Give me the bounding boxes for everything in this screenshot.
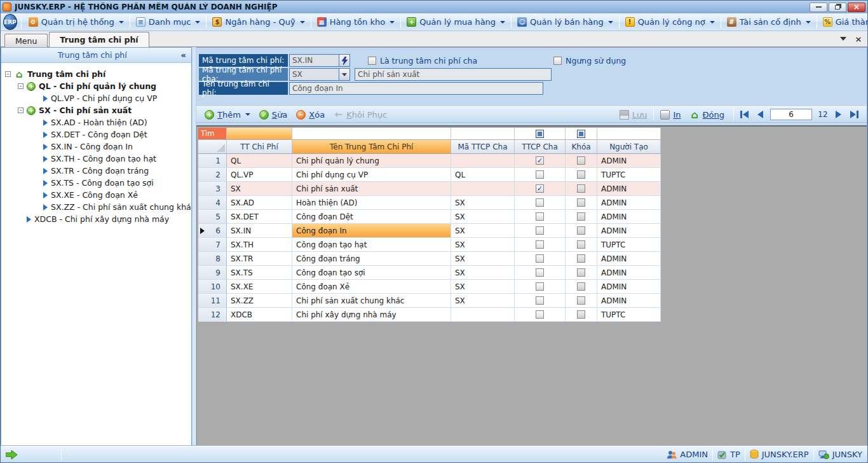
lock-flag-cell[interactable] <box>566 196 597 210</box>
row-number-cell[interactable]: 7 <box>198 238 227 252</box>
lock-flag-cell[interactable] <box>566 252 597 266</box>
khoi-phuc-button[interactable]: Khôi Phục <box>329 107 391 121</box>
parent-flag-cell[interactable] <box>515 182 566 196</box>
row-number-cell[interactable]: 4 <box>198 196 227 210</box>
lock-flag-cell[interactable] <box>566 294 597 308</box>
table-row-sx[interactable]: 3SXChi phí sản xuấtADMIN <box>198 182 661 196</box>
menubar-item-quan-ly-ban-hang[interactable]: Quản lý bán hàng <box>512 15 619 30</box>
row-number-cell[interactable]: 8 <box>198 252 227 266</box>
lock-flag-cell[interactable] <box>566 224 597 238</box>
column-header-ttcp-cha[interactable]: TTCP Cha <box>515 140 566 154</box>
menubar-item-quan-tri-he-thong[interactable]: Quản trị hệ thống <box>23 15 130 30</box>
tree-item-sx-ad[interactable]: - SX.AD - Hoàn thiện (AD) <box>4 116 189 128</box>
sua-button[interactable]: Sửa <box>255 107 292 121</box>
lock-flag-checkbox[interactable] <box>577 156 585 165</box>
in-button[interactable]: In <box>656 107 685 121</box>
tree-item-sx-ts[interactable]: - SX.TS - Công đoạn tạo sợi <box>4 177 189 189</box>
parent-code-cell[interactable]: SX <box>451 210 515 224</box>
row-number-cell[interactable]: 1 <box>198 154 227 168</box>
parent-flag-cell[interactable] <box>515 266 566 280</box>
cost-center-name-cell[interactable]: Công đoạn tạo hạt <box>292 238 451 252</box>
lock-flag-cell[interactable] <box>566 280 597 294</box>
luu-button[interactable]: Lưu <box>615 107 652 121</box>
lock-flag-checkbox[interactable] <box>577 212 585 221</box>
close-button[interactable]: × <box>848 3 865 12</box>
cost-center-name-cell[interactable]: Công đoạn Xẻ <box>292 280 451 294</box>
lock-flag-cell[interactable] <box>566 266 597 280</box>
splitter-handle[interactable] <box>192 47 196 446</box>
table-row-sx-th[interactable]: 7SX.THCông đoạn tạo hạtSXTUPTC <box>198 238 661 252</box>
tab-menu[interactable]: Menu <box>4 34 48 47</box>
lock-flag-cell[interactable] <box>566 308 597 322</box>
lock-flag-cell[interactable] <box>566 154 597 168</box>
table-row-ql[interactable]: 1QLChi phí quản lý chungADMIN <box>198 154 661 168</box>
menubar-item-hang-ton-kho[interactable]: Hàng tồn kho <box>311 15 401 30</box>
parent-code-combo[interactable] <box>289 68 339 81</box>
erp-logo-button[interactable]: ERP <box>3 14 17 30</box>
filter-checkbox-ttcp-cha[interactable] <box>536 130 544 138</box>
lock-flag-cell[interactable] <box>566 168 597 182</box>
table-row-sx-zz[interactable]: 11SX.ZZChi phí sản xuất chung khácSXADMI… <box>198 294 661 308</box>
parent-flag-checkbox[interactable] <box>536 240 544 249</box>
header-corner-cell[interactable] <box>198 140 227 154</box>
creator-cell[interactable]: TUPTC <box>597 308 661 322</box>
sidebar-collapse-icon[interactable]: « <box>180 50 187 60</box>
lock-flag-checkbox[interactable] <box>577 254 585 263</box>
row-number-cell[interactable]: 5 <box>198 210 227 224</box>
parent-flag-cell[interactable] <box>515 168 566 182</box>
tree-item-sx-th[interactable]: - SX.TH - Công đoạn tạo hạt <box>4 153 189 165</box>
table-row-sx-ts[interactable]: 9SX.TSCông đoạn tạo sợiSXADMIN <box>198 266 661 280</box>
table-row-sx-tr[interactable]: 8SX.TRCông đoạn trángSXADMIN <box>198 252 661 266</box>
code-input[interactable] <box>289 54 339 67</box>
creator-cell[interactable]: ADMIN <box>597 294 661 308</box>
lock-flag-checkbox[interactable] <box>577 282 585 291</box>
parent-flag-checkbox[interactable] <box>536 156 544 165</box>
last-page-button[interactable] <box>848 109 860 120</box>
cost-center-code-cell[interactable]: SX.IN <box>227 224 292 238</box>
parent-flag-checkbox[interactable] <box>536 254 544 263</box>
row-number-cell[interactable]: 11 <box>198 294 227 308</box>
cost-center-code-cell[interactable]: XDCB <box>227 308 292 322</box>
parent-flag-cell[interactable] <box>515 196 566 210</box>
table-row-xdcb[interactable]: 12XDCBChi phí xây dựng nhà máyTUPTC <box>198 308 661 322</box>
tree-item-ql[interactable]: - QL - Chi phí quản lý chung <box>4 80 189 92</box>
parent-code-cell[interactable]: SX <box>451 224 515 238</box>
lock-flag-cell[interactable] <box>566 182 597 196</box>
filter-cell-ttcp-cha[interactable] <box>515 128 566 140</box>
creator-cell[interactable]: ADMIN <box>597 196 661 210</box>
tree-item-xdcb[interactable]: - XDCB - Chi phí xây dựng nhà máy <box>4 213 189 225</box>
parent-flag-checkbox[interactable] <box>536 268 544 277</box>
cost-center-name-cell[interactable]: Công đoạn tạo sợi <box>292 266 451 280</box>
menubar-item-quan-ly-cong-no[interactable]: Quản lý công nợ <box>620 15 721 30</box>
cost-center-code-cell[interactable]: QL <box>227 154 292 168</box>
creator-cell[interactable]: ADMIN <box>597 210 661 224</box>
filter-cell-nguoi-tao[interactable] <box>597 128 661 140</box>
tree-item-ql-vp[interactable]: - QL.VP - Chi phí dụng cụ VP <box>4 92 189 104</box>
table-row-ql-vp[interactable]: 2QL.VPChi phí dụng cụ VPQLTUPTC <box>198 168 661 182</box>
cost-center-code-cell[interactable]: SX.TH <box>227 238 292 252</box>
parent-flag-cell[interactable] <box>515 210 566 224</box>
parent-code-cell[interactable] <box>451 308 515 322</box>
row-number-cell[interactable]: 2 <box>198 168 227 182</box>
parent-flag-checkbox[interactable] <box>536 184 544 193</box>
tab-list-dropdown-icon[interactable] <box>838 34 848 44</box>
expander-icon[interactable]: - <box>5 71 11 77</box>
lock-flag-checkbox[interactable] <box>577 296 585 305</box>
next-page-button[interactable] <box>834 109 843 120</box>
menubar-item-tai-san-co-dinh[interactable]: Tài sản cố định <box>721 15 817 30</box>
parent-code-cell[interactable]: SX <box>451 196 515 210</box>
lock-flag-checkbox[interactable] <box>577 226 585 235</box>
parent-flag-cell[interactable] <box>515 280 566 294</box>
cost-center-name-cell[interactable]: Công đoạn tráng <box>292 252 451 266</box>
parent-flag-cell[interactable] <box>515 224 566 238</box>
cost-center-name-cell[interactable]: Chi phí sản xuất chung khác <box>292 294 451 308</box>
menubar-item-gia-thanh[interactable]: Giá thành <box>817 15 868 30</box>
parent-code-cell[interactable]: SX <box>451 280 515 294</box>
creator-cell[interactable]: ADMIN <box>597 224 661 238</box>
lock-flag-checkbox[interactable] <box>577 170 585 179</box>
parent-flag-cell[interactable] <box>515 238 566 252</box>
parent-flag-checkbox[interactable] <box>536 282 544 291</box>
lock-flag-cell[interactable] <box>566 210 597 224</box>
creator-cell[interactable]: ADMIN <box>597 182 661 196</box>
creator-cell[interactable]: ADMIN <box>597 252 661 266</box>
